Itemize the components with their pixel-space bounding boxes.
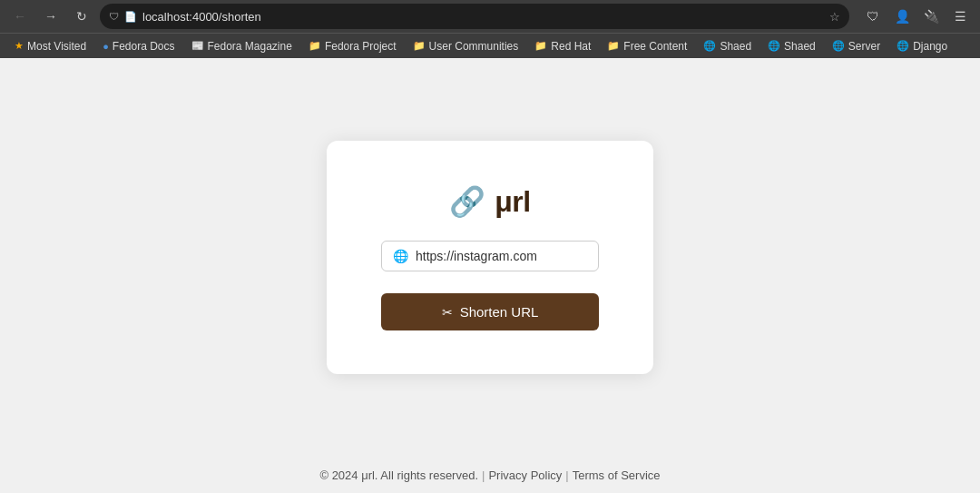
bookmark-label: Red Hat: [551, 40, 591, 53]
folder-icon: 📁: [309, 40, 321, 52]
globe-icon: 🌐: [897, 40, 909, 52]
bookmark-label: Most Visited: [27, 40, 86, 53]
bookmark-star-icon[interactable]: ☆: [829, 10, 840, 24]
logo-container: 🔗 μrl: [449, 184, 530, 219]
bookmark-label: Free Content: [623, 40, 687, 53]
account-button[interactable]: 👤: [889, 4, 915, 29]
bookmark-user-communities[interactable]: 📁 User Communities: [406, 37, 526, 55]
address-bar[interactable]: 🛡 📄 localhost:4000/shorten ☆: [100, 4, 849, 29]
fedora-magazine-icon: 📰: [191, 40, 204, 52]
bookmark-fedora-magazine[interactable]: 📰 Fedora Magazine: [184, 37, 299, 55]
main-content: 🔗 μrl 🌐 ✂ Shorten URL: [0, 58, 980, 457]
footer-copyright: © 2024 μrl. All rights reserved.: [319, 468, 478, 482]
forward-button[interactable]: →: [38, 4, 64, 29]
pocket-button[interactable]: 🛡: [860, 4, 886, 29]
menu-button[interactable]: ☰: [947, 4, 973, 29]
security-icon: 🛡: [109, 11, 119, 22]
bookmark-shaed1[interactable]: 🌐 Shaed: [696, 37, 759, 55]
footer-sep1: |: [482, 468, 485, 482]
bookmarks-bar: ★ Most Visited ● Fedora Docs 📰 Fedora Ma…: [0, 33, 980, 58]
bookmark-fedora-project[interactable]: 📁 Fedora Project: [301, 37, 404, 55]
bookmark-label: Server: [848, 40, 880, 53]
bookmark-label: Fedora Magazine: [208, 40, 292, 53]
bookmark-fedora-docs[interactable]: ● Fedora Docs: [95, 37, 181, 55]
footer-sep2: |: [565, 468, 568, 482]
bookmark-label: Fedora Project: [325, 40, 397, 53]
folder-icon: 📁: [534, 40, 547, 52]
globe-icon: 🌐: [768, 40, 780, 52]
bookmark-most-visited[interactable]: ★ Most Visited: [7, 37, 93, 55]
globe-icon: 🌐: [832, 40, 845, 52]
app-logo-text: μrl: [495, 185, 530, 219]
fedora-docs-icon: ●: [103, 41, 109, 52]
bookmark-server[interactable]: 🌐 Server: [825, 37, 887, 55]
extensions-button[interactable]: 🔌: [918, 4, 944, 29]
back-button[interactable]: ←: [7, 4, 33, 29]
scissors-icon: ✂: [442, 305, 453, 320]
url-globe-icon: 🌐: [393, 249, 408, 263]
folder-icon: 📁: [413, 40, 426, 52]
bookmark-red-hat[interactable]: 📁 Red Hat: [527, 37, 598, 55]
reload-button[interactable]: ↻: [69, 4, 94, 29]
url-input-wrapper[interactable]: 🌐: [381, 241, 599, 271]
terms-of-service-link[interactable]: Terms of Service: [573, 468, 661, 482]
bookmark-label: Shaed: [720, 40, 751, 53]
toolbar-right: 🛡 👤 🔌 ☰: [860, 4, 973, 29]
browser-chrome: ← → ↻ 🛡 📄 localhost:4000/shorten ☆ 🛡 👤 🔌…: [0, 0, 980, 58]
bookmark-label: Django: [913, 40, 947, 53]
shorten-url-button[interactable]: ✂ Shorten URL: [381, 293, 599, 330]
url-shortener-card: 🔗 μrl 🌐 ✂ Shorten URL: [327, 141, 653, 374]
bookmark-label: User Communities: [429, 40, 519, 53]
url-input[interactable]: [416, 249, 587, 263]
url-text: localhost:4000/shorten: [142, 10, 824, 24]
bookmark-label: Shaed: [784, 40, 816, 53]
bookmark-label: Fedora Docs: [113, 40, 175, 53]
star-icon: ★: [15, 40, 24, 52]
folder-icon: 📁: [607, 40, 620, 52]
shorten-button-label: Shorten URL: [460, 304, 539, 320]
globe-icon: 🌐: [703, 40, 716, 52]
bookmark-django[interactable]: 🌐 Django: [889, 37, 955, 55]
footer: © 2024 μrl. All rights reserved. | Priva…: [0, 457, 980, 493]
browser-toolbar: ← → ↻ 🛡 📄 localhost:4000/shorten ☆ 🛡 👤 🔌…: [0, 0, 980, 33]
page-icon: 📄: [124, 11, 137, 23]
bookmark-shaed2[interactable]: 🌐 Shaed: [760, 37, 823, 55]
privacy-policy-link[interactable]: Privacy Policy: [488, 468, 562, 482]
chain-link-icon: 🔗: [449, 184, 485, 219]
bookmark-free-content[interactable]: 📁 Free Content: [600, 37, 694, 55]
